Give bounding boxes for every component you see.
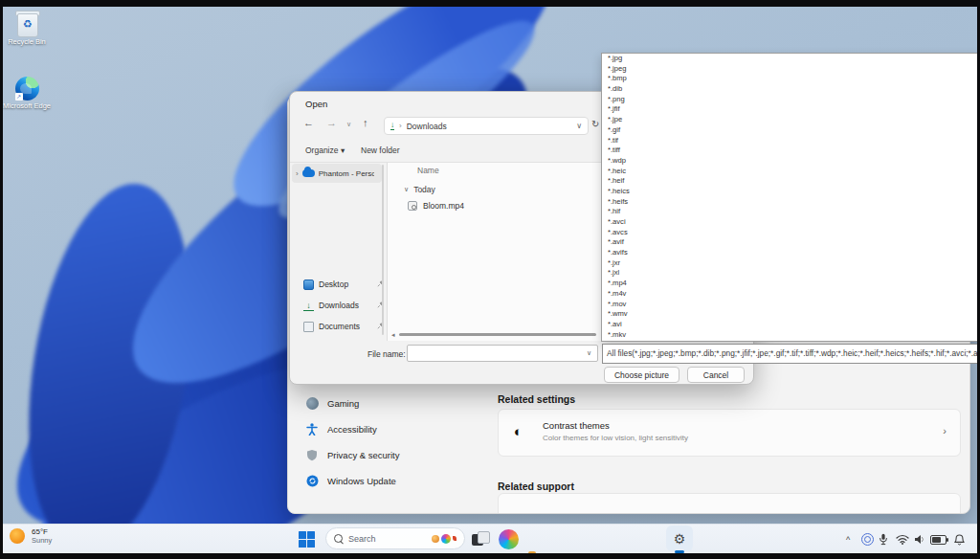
file-row-bloom-mp4[interactable]: Bloom.mp4 <box>408 201 464 211</box>
navpane-item-documents[interactable]: Documents <box>303 317 384 336</box>
contrast-themes-card[interactable]: ◐ Contrast themes Color themes for low v… <box>498 409 961 457</box>
accessibility-icon <box>305 422 319 436</box>
media-file-icon <box>408 201 417 211</box>
file-type-option[interactable]: *.jpe <box>602 115 979 125</box>
tray-app-icon[interactable] <box>861 529 874 549</box>
downloads-folder-icon: ↓ <box>303 301 314 311</box>
file-type-option[interactable]: *.m4v <box>602 289 979 300</box>
file-type-option[interactable]: *.avifs <box>602 248 979 258</box>
wifi-icon[interactable] <box>896 529 909 549</box>
scroll-left-arrow-icon[interactable]: ◂ <box>391 331 395 339</box>
file-type-option[interactable]: *.png <box>602 95 979 105</box>
file-type-option[interactable]: *.tiff <box>602 145 979 156</box>
file-type-option[interactable]: *.jfif <box>602 104 979 115</box>
shortcut-arrow-icon: ↗ <box>15 93 23 101</box>
file-type-option[interactable]: *.hif <box>602 207 979 217</box>
file-type-option[interactable]: *.heifs <box>602 197 979 208</box>
file-type-option[interactable]: *.heic <box>602 167 979 177</box>
file-type-option[interactable]: *.mov <box>602 300 979 310</box>
choose-picture-button[interactable]: Choose picture <box>604 367 679 383</box>
breadcrumb[interactable]: Downloads <box>407 122 447 131</box>
forward-button[interactable]: → <box>326 117 337 128</box>
file-type-option[interactable]: *.tif <box>602 136 979 146</box>
navpane-item-onedrive-root[interactable]: › Phantom - Perso <box>292 164 382 183</box>
recycle-bin-icon: ♻ <box>14 10 39 36</box>
support-card[interactable] <box>498 493 961 514</box>
file-type-option[interactable]: *.wmv <box>602 309 979 320</box>
address-bar[interactable]: ↓ › Downloads ∨ <box>384 117 589 135</box>
file-type-option[interactable]: *.dib <box>602 84 979 95</box>
weather-temperature: 65°F <box>32 527 52 536</box>
file-type-combobox[interactable]: All files(*.jpg;*.jpeg;*.bmp;*.dib;*.png… <box>602 344 980 364</box>
up-button[interactable]: ↑ <box>363 117 368 128</box>
desktop-icon-recycle-bin[interactable]: ♻ Recycle Bin <box>0 10 54 47</box>
chevron-right-icon: › <box>943 425 947 436</box>
organize-button[interactable]: Organize ▾ <box>305 145 345 155</box>
file-type-option[interactable]: *.avif <box>602 237 979 248</box>
search-highlight-icon <box>432 535 439 543</box>
file-type-option[interactable]: *.avi <box>602 320 979 330</box>
refresh-icon[interactable]: ↻ <box>591 119 599 129</box>
navpane-scrollbar[interactable] <box>382 165 384 335</box>
speaker-icon[interactable] <box>914 529 925 549</box>
task-view-button[interactable] <box>470 529 490 549</box>
start-button[interactable] <box>297 529 320 552</box>
group-header-today[interactable]: ∨ Today <box>404 185 435 194</box>
search-highlight-wheel-icon <box>441 534 451 544</box>
desktop-icon-microsoft-edge[interactable]: ↗ Microsoft Edge <box>0 77 54 111</box>
file-type-option[interactable]: *.mkv <box>602 330 979 341</box>
recent-locations-chevron[interactable]: ∨ <box>346 121 351 128</box>
weather-condition: Sunny <box>32 536 52 545</box>
file-name-input[interactable] <box>407 345 598 362</box>
weather-widget[interactable]: 65°F Sunny <box>10 527 52 545</box>
shield-icon <box>305 448 319 461</box>
sidebar-item-accessibility[interactable]: Accessibility <box>298 417 487 440</box>
copilot-button[interactable] <box>499 529 519 549</box>
file-type-option[interactable]: *.jpg <box>602 54 979 64</box>
back-button[interactable]: ← <box>303 117 314 128</box>
related-support-heading: Related support <box>498 481 574 492</box>
file-type-option[interactable]: *.bmp <box>602 74 979 84</box>
sidebar-item-windows-update[interactable]: Windows Update <box>298 469 487 492</box>
file-type-option[interactable]: *.jpeg <box>602 64 979 75</box>
new-folder-button[interactable]: New folder <box>361 145 400 155</box>
taskbar: 65°F Sunny <box>0 524 980 554</box>
file-name-label: File name: <box>368 349 406 359</box>
microphone-icon[interactable] <box>879 529 888 549</box>
breadcrumb-separator: › <box>399 122 402 130</box>
navpane-item-desktop[interactable]: Desktop <box>303 275 384 294</box>
dialog-title: Open <box>305 99 327 109</box>
horizontal-scrollbar[interactable] <box>399 333 596 336</box>
caret-down-icon: ▾ <box>341 145 345 155</box>
desktop-icon-label: Microsoft Edge <box>0 102 54 111</box>
file-type-option[interactable]: *.heif <box>602 176 979 187</box>
file-type-option[interactable]: *.wdp <box>602 156 979 167</box>
column-header-name[interactable]: Name <box>417 166 439 175</box>
card-title: Contrast themes <box>543 420 610 431</box>
navpane-item-downloads[interactable]: ↓ Downloads <box>303 296 384 315</box>
tray-overflow-chevron[interactable]: ^ <box>846 529 850 549</box>
settings-button[interactable]: ⚙ <box>666 525 693 551</box>
expander-chevron-icon[interactable]: › <box>296 169 299 178</box>
search-box[interactable]: Search <box>325 527 465 549</box>
file-type-option[interactable]: *.avcs <box>602 228 979 238</box>
file-name-dropdown-chevron[interactable]: ∨ <box>587 349 591 357</box>
documents-folder-icon <box>303 322 314 332</box>
cancel-button[interactable]: Cancel <box>687 367 745 383</box>
file-type-option[interactable]: *.mp4 <box>602 279 979 289</box>
desktop-folder-icon <box>303 280 314 290</box>
address-dropdown-chevron[interactable]: ∨ <box>576 122 582 130</box>
file-type-option[interactable]: *.jxr <box>602 258 979 269</box>
file-type-option[interactable]: *.jxl <box>602 268 979 279</box>
sidebar-item-privacy-security[interactable]: Privacy & security <box>298 443 487 466</box>
file-type-option[interactable]: *.heics <box>602 187 979 197</box>
update-icon <box>305 474 319 487</box>
notifications-bell-icon[interactable] <box>954 529 965 549</box>
battery-icon[interactable] <box>930 529 947 549</box>
screen: ♻ Recycle Bin ↗ Microsoft Edge Gaming Ac… <box>0 0 980 559</box>
file-type-option[interactable]: *.gif <box>602 125 979 136</box>
file-type-option[interactable]: *.avci <box>602 217 979 228</box>
file-type-dropdown-panel: *.jpg*.jpeg*.bmp*.dib*.png*.jfif*.jpe*.g… <box>601 53 980 342</box>
sidebar-item-gaming[interactable]: Gaming <box>298 391 487 414</box>
chevron-down-icon: ∨ <box>404 186 409 193</box>
